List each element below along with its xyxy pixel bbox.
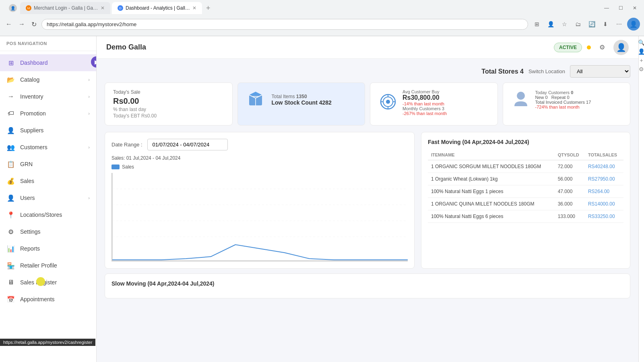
- sidebar-item-label-settings: Settings: [20, 228, 90, 235]
- sidebar-item-label-sales: Sales: [20, 178, 90, 184]
- downloads-icon[interactable]: ⬇: [600, 19, 611, 30]
- table-header-row: ITEMNAME QTYSOLD TOTALSALES: [428, 150, 623, 160]
- settings-topbar-icon[interactable]: ⚙: [596, 41, 609, 54]
- sidebar-item-inventory[interactable]: → Inventory ›: [0, 88, 96, 105]
- maximize-button[interactable]: ☐: [615, 4, 626, 12]
- inventory-total-label: Total Items 1350: [272, 94, 332, 99]
- reload-button[interactable]: ↻: [30, 19, 38, 30]
- sidebar-item-sales[interactable]: 💰 Sales: [0, 173, 96, 189]
- sidebar-item-retailer-profile[interactable]: 🏪 Retailer Profile: [0, 257, 96, 274]
- stores-banner-row: Total Stores 4 Switch Location All: [105, 65, 630, 78]
- cell-qty: 56.000: [555, 173, 585, 185]
- win-controls-right: — ☐ ✕: [601, 4, 640, 12]
- cell-itemname: 1 Organic Wheat (Lokwan) 1kg: [428, 173, 555, 185]
- app-container: ▶ POS NAVIGATION ⊞ Dashboard 📂 Catalog ›…: [0, 36, 644, 362]
- chart-section: Date Range : Sales: 01 Jul,2024 - 04 Jul…: [105, 132, 415, 269]
- tab-close-dashboard[interactable]: ✕: [192, 5, 196, 11]
- minimize-button[interactable]: —: [601, 4, 612, 12]
- more-icon[interactable]: ⋯: [613, 19, 625, 30]
- stats-card-sales: Today's Sale Rs0.00 % than last day Toda…: [105, 82, 233, 125]
- sidebar-item-suppliers[interactable]: 👤 Suppliers: [0, 122, 96, 139]
- sidebar-item-sales-register[interactable]: 🖥 Sales Register: [0, 274, 96, 291]
- tab-favicon-dashboard: D: [118, 5, 123, 11]
- browser-tab-merchant[interactable]: M Merchant Login - Galla | Galla G... ✕: [20, 2, 110, 14]
- customers-arrow: ›: [88, 145, 90, 150]
- date-range-input[interactable]: [147, 139, 228, 150]
- stats-card-today-customers: Today Customers 0 New 0 Repeat 0 Total I…: [503, 82, 631, 125]
- right-icon-search[interactable]: 🔍: [638, 39, 644, 46]
- sidebar-item-locations[interactable]: 📍 Locations/Stores: [0, 206, 96, 223]
- location-select[interactable]: All: [570, 65, 630, 78]
- cell-price: RS27950.00: [585, 173, 623, 185]
- slow-moving-section: Slow Moving (04 Apr,2024-04 Jul,2024): [105, 274, 630, 298]
- sidebar-item-label-sales-register: Sales Register: [20, 279, 90, 286]
- right-icon-settings[interactable]: ⚙: [639, 66, 644, 72]
- customers-icon: 👥: [6, 143, 15, 152]
- address-bar[interactable]: [41, 19, 528, 30]
- topbar-right: ACTIVE ⚙ 👤: [554, 40, 629, 55]
- fast-moving-table: ITEMNAME QTYSOLD TOTALSALES 1 ORGANIC SO…: [428, 150, 623, 223]
- sidebar-item-reports[interactable]: 📊 Reports: [0, 240, 96, 257]
- sidebar-item-grn[interactable]: 📋 GRN: [0, 156, 96, 173]
- tab-close-merchant[interactable]: ✕: [101, 5, 105, 11]
- cell-qty: 36.000: [555, 198, 585, 210]
- sidebar-item-customers[interactable]: 👥 Customers ›: [0, 139, 96, 156]
- sidebar-item-catalog[interactable]: 📂 Catalog ›: [0, 71, 96, 88]
- cell-price: RS33250.00: [585, 210, 623, 223]
- content-row: Date Range : Sales: 01 Jul,2024 - 04 Jul…: [105, 132, 630, 269]
- users-icon: 👤: [6, 193, 15, 202]
- inventory-card-icon-wrap: [246, 89, 265, 110]
- sync-icon[interactable]: 🔄: [586, 19, 597, 30]
- total-invoiced-label: Total Invoiced Customers 17: [535, 100, 591, 105]
- profile-icon[interactable]: 👤: [9, 4, 17, 12]
- url-tooltip: https://retail.galla.app/mystorev2/cashr…: [0, 339, 95, 346]
- grn-icon: 📋: [6, 160, 15, 169]
- retailer-profile-icon: 🏪: [6, 261, 15, 270]
- catalog-icon: 📂: [6, 75, 15, 84]
- collections-icon[interactable]: 🗂: [572, 19, 584, 30]
- cell-itemname: 1 ORGANIC SORGUM MILLET NOODLES 180GM: [428, 160, 555, 173]
- sidebar-item-promotion[interactable]: 🏷 Promotion ›: [0, 105, 96, 122]
- svg-point-8: [386, 100, 390, 104]
- browser-profile-avatar[interactable]: 👤: [627, 18, 640, 31]
- back-button[interactable]: ←: [4, 19, 14, 29]
- dashboard-icon: ⊞: [6, 58, 15, 67]
- cell-qty: 47.000: [555, 185, 585, 198]
- inventory-low-stock: Low Stock Count 4282: [272, 99, 332, 106]
- sidebar-item-users[interactable]: 👤 Users ›: [0, 189, 96, 206]
- new-tab-button[interactable]: +: [204, 3, 213, 13]
- status-badge: ACTIVE: [554, 43, 582, 52]
- avg-customer-text: Avg Customer Buy Rs30,800.00 -14% than l…: [402, 89, 447, 116]
- toolbar-icons: ⊞ 👤 ☆ 🗂 🔄 ⬇ ⋯ 👤: [531, 18, 640, 31]
- forward-button[interactable]: →: [17, 19, 27, 29]
- sidebar-item-appointments[interactable]: 📅 Appointments: [0, 291, 96, 308]
- extensions-icon[interactable]: ⊞: [531, 19, 543, 30]
- switch-location-label: Switch Location: [528, 68, 565, 74]
- right-icon-person[interactable]: 👤: [638, 48, 644, 55]
- sales-chart-svg: [112, 173, 408, 261]
- browser-tab-dashboard[interactable]: D Dashboard - Analytics | Galla G... ✕: [112, 2, 202, 14]
- right-icon-plus[interactable]: +: [640, 57, 643, 64]
- sidebar-item-settings[interactable]: ⚙ Settings: [0, 223, 96, 240]
- sidebar-item-label-inventory: Inventory: [20, 93, 83, 100]
- topbar: Demo Galla ACTIVE ⚙ 👤: [97, 36, 638, 59]
- customers-change: -724% than last month: [535, 105, 591, 109]
- user-avatar[interactable]: 👤: [613, 40, 629, 55]
- target-icon: [378, 92, 398, 111]
- close-button[interactable]: ✕: [630, 4, 640, 12]
- svg-point-13: [517, 92, 525, 100]
- profile-button[interactable]: 👤: [545, 19, 556, 30]
- inventory-card-text: Total Items 1350 Low Stock Count 4282: [272, 94, 332, 106]
- monthly-customers-label: Monthly Customers 3: [402, 106, 447, 111]
- inventory-icon: →: [6, 92, 15, 101]
- table-row: 1 Organic Wheat (Lokwan) 1kg 56.000 RS27…: [428, 173, 623, 185]
- favorite-icon[interactable]: ☆: [559, 19, 570, 30]
- sidebar-item-dashboard[interactable]: ⊞ Dashboard: [0, 54, 96, 71]
- stats-cards-row: Today's Sale Rs0.00 % than last day Toda…: [105, 82, 630, 125]
- avg-buy-value: Rs30,800.00: [402, 94, 447, 101]
- catalog-arrow: ›: [88, 77, 90, 82]
- fast-moving-section: Fast Moving (04 Apr,2024-04 Jul,2024) IT…: [421, 132, 630, 269]
- sidebar-item-label-retailer-profile: Retailer Profile: [20, 262, 90, 269]
- avg-buy-change: -14% than last month: [402, 101, 447, 106]
- sidebar-header: POS NAVIGATION: [0, 36, 96, 51]
